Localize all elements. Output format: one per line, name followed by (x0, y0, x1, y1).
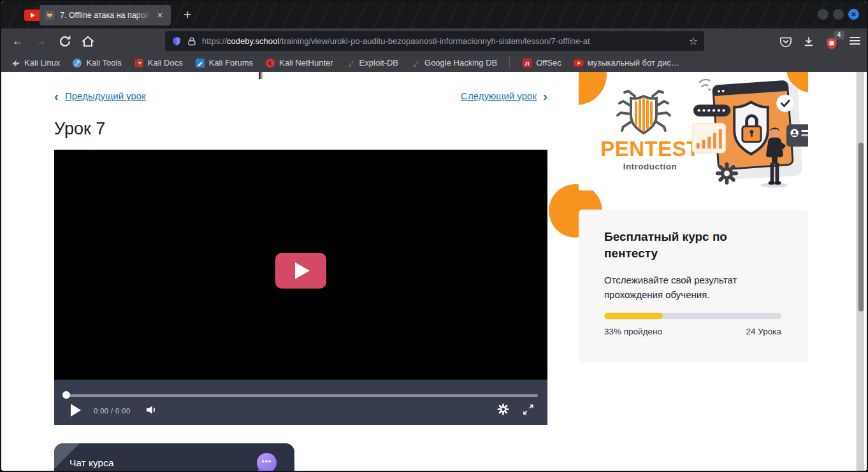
bookmark-kali-docs[interactable]: Kali Docs (134, 58, 183, 68)
chat-title: Чат курса (69, 457, 114, 469)
time-display: 0:00 / 0:00 (94, 407, 131, 415)
youtube-icon (574, 58, 584, 68)
forward-button[interactable]: → (33, 34, 48, 49)
browser-window: 7. Offline атака на парол ✕ + ✕ ← → (0, 0, 868, 472)
url-bar[interactable]: https://codeby.school/training/view/urok… (165, 31, 704, 51)
next-lesson-link[interactable]: Следующий урок› (461, 89, 547, 104)
progress-track (604, 313, 781, 319)
svg-text:Л: Л (525, 59, 530, 66)
youtube-pinned-tab-icon[interactable] (24, 10, 41, 21)
scrollbar-thumb[interactable] (858, 143, 864, 311)
kali-tools-icon (72, 58, 82, 68)
exploitdb-bird-icon (345, 58, 356, 68)
kali-forums-icon (195, 58, 205, 68)
player-controls: 0:00 / 0:00 (54, 380, 547, 425)
window-controls: ✕ (818, 9, 859, 20)
bookmark-kali-forums[interactable]: Kali Forums (195, 58, 253, 68)
bookmarks-separator (509, 57, 510, 69)
bookmark-offsec[interactable]: Л OffSec (522, 58, 561, 68)
big-play-button[interactable] (275, 253, 326, 289)
chevron-left-icon: ‹ (54, 89, 59, 103)
kali-dragon-icon (10, 58, 20, 68)
orange-circle-decoration (579, 72, 607, 105)
downloads-icon[interactable] (802, 35, 815, 48)
play-icon[interactable] (71, 404, 81, 417)
lessons-count-label: 24 Урока (746, 327, 781, 336)
url-text: https://codeby.school/training/view/urok… (202, 36, 685, 46)
chat-bubble-icon[interactable]: ••• (257, 453, 277, 471)
seek-knob[interactable] (62, 391, 70, 399)
maximize-button[interactable] (833, 9, 844, 20)
lesson-title: Урок 7 (54, 119, 105, 139)
extension-badge: 4 (834, 31, 844, 39)
home-button[interactable] (80, 34, 96, 49)
close-button[interactable]: ✕ (848, 9, 859, 20)
seek-bar[interactable] (64, 394, 538, 397)
settings-gear-icon[interactable] (497, 403, 509, 415)
browser-tab[interactable]: 7. Offline атака на парол ✕ (40, 5, 171, 25)
codeby-favicon-icon (45, 10, 55, 20)
bookmark-kali-tools[interactable]: Kali Tools (72, 58, 121, 68)
volume-icon[interactable] (145, 404, 157, 415)
course-card-title: Бесплатный курс по пентесту (604, 229, 770, 261)
fullscreen-icon[interactable] (523, 404, 534, 415)
pentest-illustration (692, 72, 808, 190)
previous-lesson-link[interactable]: ‹Предыдущий урок (54, 89, 146, 104)
bookmark-kali-nethunter[interactable]: Kali NetHunter (265, 58, 333, 68)
video-player[interactable]: 0:00 / 0:00 (54, 150, 547, 425)
progress-fill (604, 313, 663, 319)
new-tab-button[interactable]: + (184, 6, 191, 23)
chevron-right-icon: › (543, 89, 547, 103)
pentest-spider-shield-logo (612, 89, 676, 138)
lesson-navigation: ‹Предыдущий урок Следующий урок› (54, 89, 547, 103)
kali-docs-icon (134, 58, 144, 68)
lock-icon[interactable] (187, 36, 197, 46)
bookmarks-bar: Kali Linux Kali Tools Kali Docs Kali For… (1, 54, 867, 72)
menu-icon[interactable] (850, 37, 860, 46)
course-banner[interactable]: PENTEST Introduction (579, 72, 808, 190)
bookmark-google-hacking-db[interactable]: Google Hacking DB (410, 58, 497, 68)
course-sidebar: PENTEST Introduction (579, 72, 808, 362)
back-button[interactable]: ← (10, 34, 25, 49)
bookmark-star-icon[interactable]: ☆ (689, 35, 698, 47)
browser-toolbar: ← → https://codeby.school/training/view/… (1, 28, 867, 54)
course-card-description: Отслеживайте свой результат прохождения … (604, 273, 776, 302)
offsec-icon: Л (522, 58, 532, 68)
tracking-protection-shield-icon[interactable] (171, 36, 182, 46)
page-viewport: ‹Предыдущий урок Следующий урок› Урок 7 … (1, 72, 867, 471)
titlebar: 7. Offline атака на парол ✕ + ✕ (1, 1, 867, 28)
bookmark-kali-linux[interactable]: Kali Linux (10, 58, 60, 68)
bookmark-music-bot[interactable]: музыкальный бот дис… (574, 58, 679, 68)
brand-name: PENTEST (593, 137, 707, 161)
progress-percent-label: 33% пройдено (604, 327, 662, 336)
brand-subtitle: Introduction (593, 162, 707, 171)
pocket-icon[interactable] (779, 35, 792, 48)
course-chat-panel[interactable]: Чат курса ••• (54, 443, 294, 471)
course-progress-card: Бесплатный курс по пентесту Отслеживайте… (579, 210, 808, 362)
page-scrollbar[interactable] (857, 72, 864, 471)
reload-button[interactable] (57, 34, 73, 49)
kali-nethunter-icon (265, 58, 275, 68)
ghdb-bird-icon (410, 58, 421, 68)
bookmark-exploit-db[interactable]: Exploit-DB (345, 58, 398, 68)
progress-labels: 33% пройдено 24 Урока (604, 327, 781, 336)
tab-close-icon[interactable]: ✕ (157, 11, 163, 20)
clipped-page-artifact (259, 72, 263, 79)
minimize-button[interactable] (818, 9, 828, 20)
tab-title: 7. Offline атака на парол (60, 11, 152, 20)
